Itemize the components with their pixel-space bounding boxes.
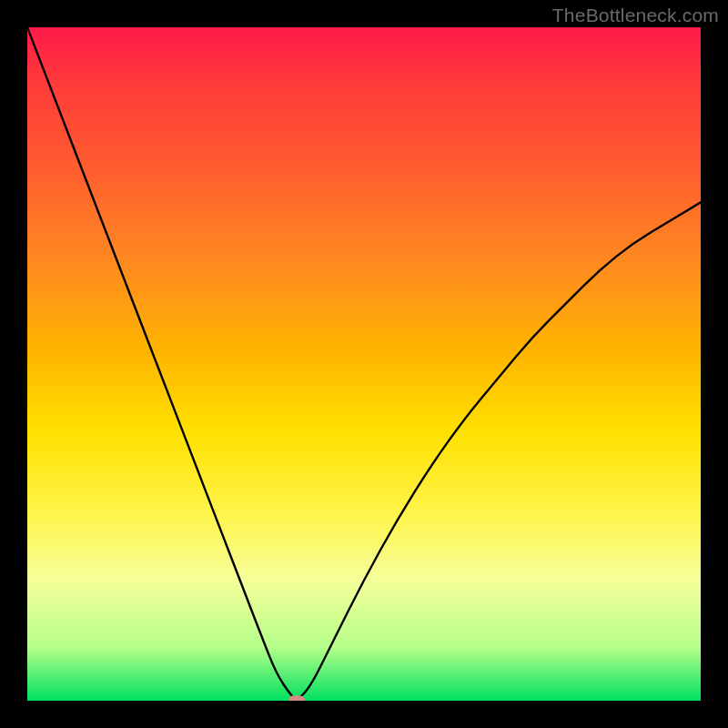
watermark-text: TheBottleneck.com [552,5,719,26]
chart-frame: TheBottleneck.com [0,0,728,728]
optimal-point-marker [288,696,305,702]
bottleneck-curve [27,27,701,701]
plot-area [27,27,701,701]
